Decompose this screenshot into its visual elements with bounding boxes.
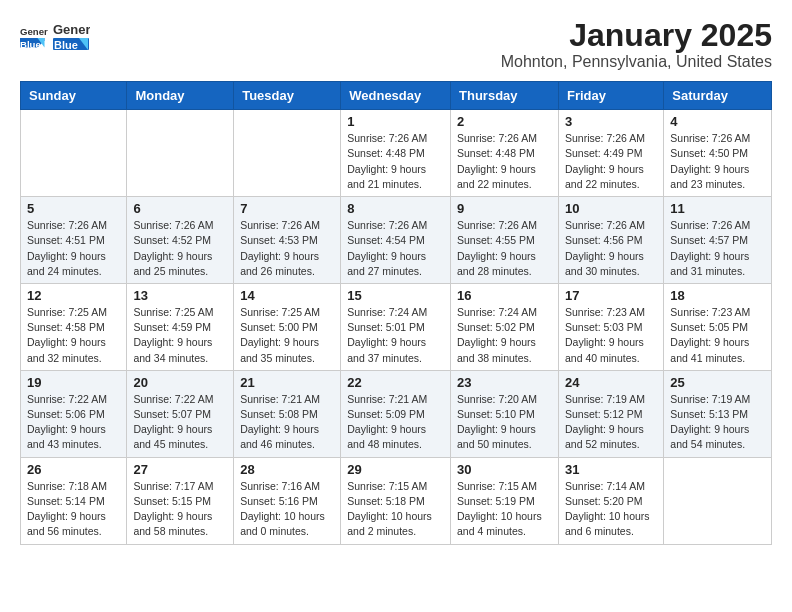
table-row: 10Sunrise: 7:26 AM Sunset: 4:56 PM Dayli… bbox=[558, 197, 663, 284]
day-info: Sunrise: 7:25 AM Sunset: 4:59 PM Dayligh… bbox=[133, 305, 227, 366]
day-number: 28 bbox=[240, 462, 334, 477]
table-row: 21Sunrise: 7:21 AM Sunset: 5:08 PM Dayli… bbox=[234, 370, 341, 457]
calendar-week-row: 19Sunrise: 7:22 AM Sunset: 5:06 PM Dayli… bbox=[21, 370, 772, 457]
day-info: Sunrise: 7:19 AM Sunset: 5:12 PM Dayligh… bbox=[565, 392, 657, 453]
day-info: Sunrise: 7:26 AM Sunset: 4:56 PM Dayligh… bbox=[565, 218, 657, 279]
day-number: 19 bbox=[27, 375, 120, 390]
day-number: 8 bbox=[347, 201, 444, 216]
day-number: 30 bbox=[457, 462, 552, 477]
table-row: 13Sunrise: 7:25 AM Sunset: 4:59 PM Dayli… bbox=[127, 283, 234, 370]
table-row: 8Sunrise: 7:26 AM Sunset: 4:54 PM Daylig… bbox=[341, 197, 451, 284]
day-info: Sunrise: 7:26 AM Sunset: 4:48 PM Dayligh… bbox=[347, 131, 444, 192]
day-number: 13 bbox=[133, 288, 227, 303]
logo-text-block: General Blue bbox=[52, 18, 90, 56]
table-row: 5Sunrise: 7:26 AM Sunset: 4:51 PM Daylig… bbox=[21, 197, 127, 284]
day-info: Sunrise: 7:26 AM Sunset: 4:52 PM Dayligh… bbox=[133, 218, 227, 279]
col-saturday: Saturday bbox=[664, 82, 772, 110]
svg-text:Blue: Blue bbox=[20, 39, 41, 50]
col-tuesday: Tuesday bbox=[234, 82, 341, 110]
day-number: 12 bbox=[27, 288, 120, 303]
day-info: Sunrise: 7:15 AM Sunset: 5:19 PM Dayligh… bbox=[457, 479, 552, 540]
table-row: 19Sunrise: 7:22 AM Sunset: 5:06 PM Dayli… bbox=[21, 370, 127, 457]
day-number: 22 bbox=[347, 375, 444, 390]
table-row bbox=[127, 110, 234, 197]
svg-text:General: General bbox=[20, 26, 48, 37]
table-row: 6Sunrise: 7:26 AM Sunset: 4:52 PM Daylig… bbox=[127, 197, 234, 284]
calendar-week-row: 26Sunrise: 7:18 AM Sunset: 5:14 PM Dayli… bbox=[21, 457, 772, 544]
table-row: 17Sunrise: 7:23 AM Sunset: 5:03 PM Dayli… bbox=[558, 283, 663, 370]
day-number: 17 bbox=[565, 288, 657, 303]
table-row: 9Sunrise: 7:26 AM Sunset: 4:55 PM Daylig… bbox=[451, 197, 559, 284]
day-number: 4 bbox=[670, 114, 765, 129]
logo-icon: General Blue bbox=[20, 23, 48, 51]
day-number: 23 bbox=[457, 375, 552, 390]
day-info: Sunrise: 7:26 AM Sunset: 4:51 PM Dayligh… bbox=[27, 218, 120, 279]
calendar-header-row: Sunday Monday Tuesday Wednesday Thursday… bbox=[21, 82, 772, 110]
day-number: 21 bbox=[240, 375, 334, 390]
day-info: Sunrise: 7:22 AM Sunset: 5:07 PM Dayligh… bbox=[133, 392, 227, 453]
day-info: Sunrise: 7:16 AM Sunset: 5:16 PM Dayligh… bbox=[240, 479, 334, 540]
day-number: 24 bbox=[565, 375, 657, 390]
header: General Blue General Blue January 2025 M… bbox=[20, 18, 772, 71]
col-monday: Monday bbox=[127, 82, 234, 110]
day-number: 5 bbox=[27, 201, 120, 216]
day-info: Sunrise: 7:15 AM Sunset: 5:18 PM Dayligh… bbox=[347, 479, 444, 540]
day-info: Sunrise: 7:22 AM Sunset: 5:06 PM Dayligh… bbox=[27, 392, 120, 453]
table-row: 30Sunrise: 7:15 AM Sunset: 5:19 PM Dayli… bbox=[451, 457, 559, 544]
calendar-subtitle: Mohnton, Pennsylvania, United States bbox=[501, 53, 772, 71]
day-number: 15 bbox=[347, 288, 444, 303]
day-number: 20 bbox=[133, 375, 227, 390]
day-info: Sunrise: 7:20 AM Sunset: 5:10 PM Dayligh… bbox=[457, 392, 552, 453]
day-info: Sunrise: 7:24 AM Sunset: 5:02 PM Dayligh… bbox=[457, 305, 552, 366]
logo-blue-text: Blue bbox=[54, 39, 78, 51]
day-info: Sunrise: 7:21 AM Sunset: 5:09 PM Dayligh… bbox=[347, 392, 444, 453]
col-sunday: Sunday bbox=[21, 82, 127, 110]
logo: General Blue General Blue bbox=[20, 18, 90, 56]
col-friday: Friday bbox=[558, 82, 663, 110]
day-number: 10 bbox=[565, 201, 657, 216]
table-row: 22Sunrise: 7:21 AM Sunset: 5:09 PM Dayli… bbox=[341, 370, 451, 457]
day-number: 31 bbox=[565, 462, 657, 477]
day-info: Sunrise: 7:23 AM Sunset: 5:05 PM Dayligh… bbox=[670, 305, 765, 366]
table-row: 31Sunrise: 7:14 AM Sunset: 5:20 PM Dayli… bbox=[558, 457, 663, 544]
table-row: 25Sunrise: 7:19 AM Sunset: 5:13 PM Dayli… bbox=[664, 370, 772, 457]
table-row: 14Sunrise: 7:25 AM Sunset: 5:00 PM Dayli… bbox=[234, 283, 341, 370]
calendar-table: Sunday Monday Tuesday Wednesday Thursday… bbox=[20, 81, 772, 544]
calendar-week-row: 5Sunrise: 7:26 AM Sunset: 4:51 PM Daylig… bbox=[21, 197, 772, 284]
day-number: 11 bbox=[670, 201, 765, 216]
table-row bbox=[234, 110, 341, 197]
day-info: Sunrise: 7:21 AM Sunset: 5:08 PM Dayligh… bbox=[240, 392, 334, 453]
table-row: 16Sunrise: 7:24 AM Sunset: 5:02 PM Dayli… bbox=[451, 283, 559, 370]
day-number: 6 bbox=[133, 201, 227, 216]
table-row: 3Sunrise: 7:26 AM Sunset: 4:49 PM Daylig… bbox=[558, 110, 663, 197]
day-number: 16 bbox=[457, 288, 552, 303]
table-row: 27Sunrise: 7:17 AM Sunset: 5:15 PM Dayli… bbox=[127, 457, 234, 544]
day-info: Sunrise: 7:26 AM Sunset: 4:50 PM Dayligh… bbox=[670, 131, 765, 192]
col-thursday: Thursday bbox=[451, 82, 559, 110]
logo-graphic: General Blue bbox=[52, 18, 90, 56]
day-number: 2 bbox=[457, 114, 552, 129]
day-number: 3 bbox=[565, 114, 657, 129]
day-number: 18 bbox=[670, 288, 765, 303]
day-info: Sunrise: 7:25 AM Sunset: 5:00 PM Dayligh… bbox=[240, 305, 334, 366]
day-info: Sunrise: 7:26 AM Sunset: 4:48 PM Dayligh… bbox=[457, 131, 552, 192]
table-row: 12Sunrise: 7:25 AM Sunset: 4:58 PM Dayli… bbox=[21, 283, 127, 370]
day-number: 25 bbox=[670, 375, 765, 390]
table-row: 11Sunrise: 7:26 AM Sunset: 4:57 PM Dayli… bbox=[664, 197, 772, 284]
day-number: 26 bbox=[27, 462, 120, 477]
table-row: 28Sunrise: 7:16 AM Sunset: 5:16 PM Dayli… bbox=[234, 457, 341, 544]
day-number: 29 bbox=[347, 462, 444, 477]
col-wednesday: Wednesday bbox=[341, 82, 451, 110]
day-info: Sunrise: 7:19 AM Sunset: 5:13 PM Dayligh… bbox=[670, 392, 765, 453]
day-info: Sunrise: 7:26 AM Sunset: 4:57 PM Dayligh… bbox=[670, 218, 765, 279]
day-info: Sunrise: 7:26 AM Sunset: 4:49 PM Dayligh… bbox=[565, 131, 657, 192]
day-number: 1 bbox=[347, 114, 444, 129]
day-number: 27 bbox=[133, 462, 227, 477]
table-row: 4Sunrise: 7:26 AM Sunset: 4:50 PM Daylig… bbox=[664, 110, 772, 197]
table-row bbox=[21, 110, 127, 197]
day-info: Sunrise: 7:26 AM Sunset: 4:55 PM Dayligh… bbox=[457, 218, 552, 279]
day-info: Sunrise: 7:26 AM Sunset: 4:53 PM Dayligh… bbox=[240, 218, 334, 279]
table-row: 15Sunrise: 7:24 AM Sunset: 5:01 PM Dayli… bbox=[341, 283, 451, 370]
table-row bbox=[664, 457, 772, 544]
day-info: Sunrise: 7:18 AM Sunset: 5:14 PM Dayligh… bbox=[27, 479, 120, 540]
